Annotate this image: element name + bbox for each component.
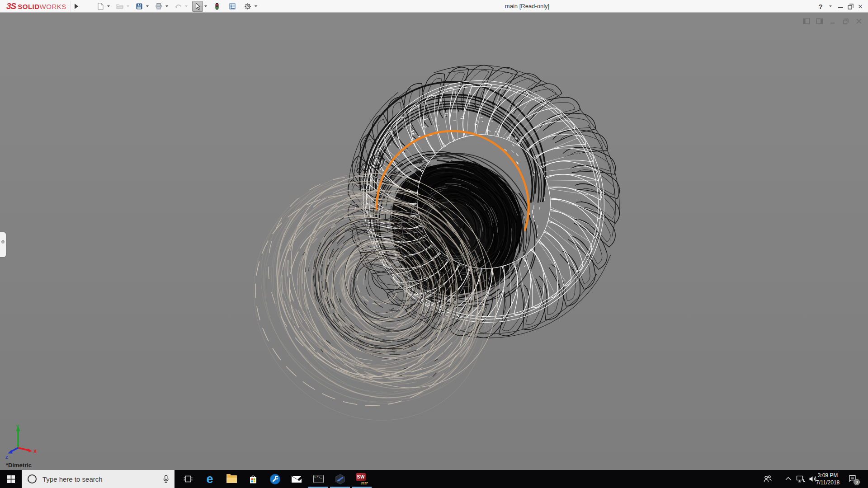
command-prompt-icon: C:\_ (313, 475, 324, 483)
graphics-viewport[interactable]: Y X Z *Dimetric (0, 13, 868, 470)
y-axis-label: Y (16, 424, 19, 429)
open-button[interactable] (112, 0, 132, 12)
close-button[interactable]: ✕ (855, 0, 865, 13)
notification-badge: 3 (854, 479, 860, 485)
help-dropdown[interactable] (826, 0, 835, 13)
pane-right-icon[interactable] (816, 18, 823, 24)
doc-close-icon[interactable] (855, 18, 863, 24)
document-title: main [Read-only] (505, 0, 549, 13)
options-gear-icon (242, 1, 253, 12)
window-controls: ? ✕ (816, 0, 865, 13)
clock-time: 3:09 PM (814, 472, 842, 479)
help-button[interactable]: ? (816, 0, 826, 13)
pane-left-icon[interactable] (803, 18, 810, 24)
tab-handle-dot (1, 240, 5, 244)
print-icon (153, 1, 164, 12)
microphone-icon[interactable] (162, 474, 170, 483)
brand-mark: 3S (6, 1, 16, 11)
open-icon (114, 1, 125, 12)
properties-icon (227, 1, 238, 12)
new-document-button[interactable] (93, 0, 112, 12)
restore-button[interactable] (845, 0, 855, 13)
solidworks-icon: SW2017 (356, 473, 368, 485)
options-gear-button[interactable] (240, 0, 259, 12)
document-window-controls (803, 18, 863, 24)
taskbar-app-settings-wrench[interactable] (264, 470, 286, 488)
new-document-icon (95, 1, 106, 12)
taskbar-app-task-view[interactable] (177, 470, 199, 488)
title-bar: 3S SOLID WORKS main [Read-only] ? ✕ (0, 0, 868, 13)
chevron-down-icon[interactable] (185, 5, 188, 7)
xpress-products-button[interactable] (209, 0, 225, 12)
taskbar-app-edge[interactable]: e (199, 470, 221, 488)
z-axis-label: Z (5, 455, 8, 460)
restore-icon (848, 4, 854, 9)
people-icon[interactable] (763, 475, 772, 483)
wrench-tool-icon (269, 474, 281, 485)
menu-flyout-arrow[interactable] (72, 2, 80, 11)
edge-icon: e (206, 473, 213, 485)
chevron-up-icon[interactable] (784, 475, 792, 483)
engine-model-wireframe[interactable] (0, 13, 868, 470)
hexagon-tool-icon (335, 474, 346, 485)
minimize-icon (838, 7, 843, 8)
taskbar-app-store[interactable] (242, 470, 264, 488)
taskbar-app-command-prompt[interactable]: C:\_ (307, 470, 329, 488)
chevron-down-icon[interactable] (107, 5, 110, 7)
properties-button[interactable] (225, 0, 240, 12)
chevron-down-icon[interactable] (146, 5, 149, 7)
taskbar-app-icons: eC:\_SW2017 (177, 470, 373, 488)
orientation-triad: Y X Z (2, 423, 40, 461)
taskbar-search[interactable]: Type here to search (22, 470, 175, 488)
start-button[interactable] (0, 470, 22, 488)
chevron-down-icon[interactable] (165, 5, 168, 7)
minimize-button[interactable] (835, 0, 845, 13)
x-axis-arrow (28, 449, 33, 452)
chevron-down-icon[interactable] (255, 5, 257, 7)
mail-icon (291, 475, 302, 483)
xpress-products-icon (212, 1, 222, 12)
save-button[interactable] (132, 0, 151, 12)
cortana-icon (28, 474, 37, 483)
x-axis-label: X (33, 449, 37, 454)
undo-icon (173, 1, 184, 12)
doc-minimize-icon[interactable] (829, 18, 836, 24)
taskbar-clock[interactable]: 3:09 PM 7/11/2018 (814, 472, 842, 486)
taskbar-app-mail[interactable] (286, 470, 307, 488)
windows-taskbar: Type here to search eC:\_SW2017 3:09 PM … (0, 470, 868, 488)
print-button[interactable] (151, 0, 170, 12)
network-icon[interactable] (796, 475, 806, 483)
solidworks-logo: 3S SOLID WORKS (6, 0, 66, 13)
feature-tree-collapsed-tab[interactable] (0, 232, 6, 257)
doc-restore-icon[interactable] (842, 18, 849, 24)
select-icon (192, 1, 203, 12)
brand-bold: SOLID (18, 3, 39, 10)
taskbar-app-solidworks-2017[interactable]: SW2017 (351, 470, 373, 488)
undo-button[interactable] (170, 0, 190, 12)
windows-logo-icon (7, 475, 15, 483)
quick-access-toolbar (93, 0, 259, 13)
view-orientation-label: *Dimetric (6, 462, 32, 469)
chevron-down-icon[interactable] (127, 5, 129, 7)
store-icon (249, 474, 258, 484)
task-view-icon (183, 474, 193, 483)
search-placeholder: Type here to search (42, 475, 103, 483)
save-icon (134, 1, 145, 12)
action-center-button[interactable]: 3 (848, 474, 858, 483)
taskbar-app-file-explorer[interactable] (221, 470, 242, 488)
file-explorer-icon (226, 475, 237, 483)
chevron-down-icon[interactable] (204, 5, 207, 7)
brand-light: WORKS (40, 3, 66, 10)
toolbar-separator (71, 1, 71, 12)
select-button[interactable] (190, 0, 209, 12)
flyout-triangle-icon (75, 4, 78, 9)
chevron-down-icon (829, 5, 832, 7)
taskbar-app-hexagon-tool[interactable] (329, 470, 351, 488)
clock-date: 7/11/2018 (814, 479, 842, 486)
